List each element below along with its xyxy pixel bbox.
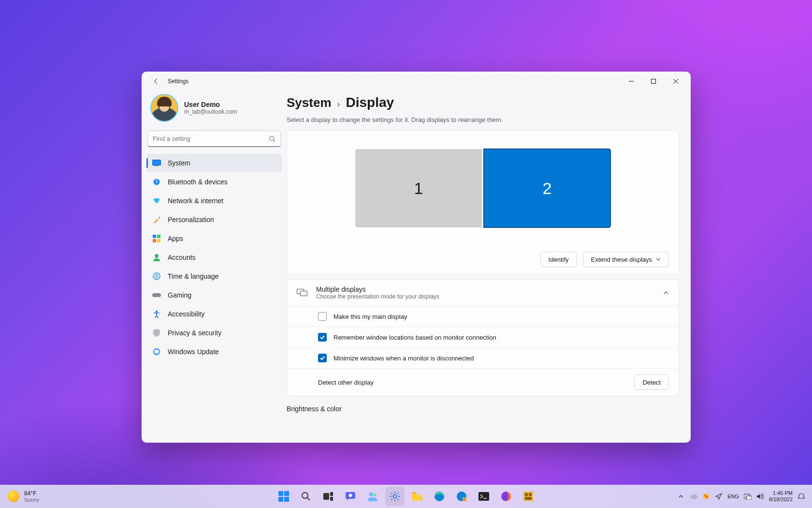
taskbar-search[interactable] — [296, 487, 316, 506]
svg-rect-3 — [155, 165, 159, 166]
overflow-icon[interactable] — [677, 493, 685, 500]
time-language-icon — [152, 272, 161, 281]
people-icon[interactable] — [363, 487, 382, 506]
svg-rect-5 — [153, 235, 156, 238]
sidebar-item-label: Network & internet — [168, 197, 223, 205]
sidebar-item-network[interactable]: Network & internet — [146, 192, 282, 210]
sidebar-item-privacy[interactable]: Privacy & security — [146, 324, 282, 342]
multiple-displays-group: Multiple displays Choose the presentatio… — [287, 279, 679, 396]
weather-icon — [8, 491, 19, 502]
taskbar-weather[interactable]: 84°F Sunny — [0, 490, 39, 503]
remember-locations-checkbox[interactable] — [318, 333, 327, 342]
taskbar-center: C — [274, 487, 538, 506]
display-monitor-1[interactable]: 1 — [355, 149, 482, 227]
svg-point-29 — [368, 497, 377, 501]
svg-rect-45 — [746, 496, 752, 500]
row-label: Make this my main display — [334, 313, 407, 320]
close-button[interactable] — [665, 74, 687, 89]
sidebar-item-bluetooth[interactable]: Bluetooth & devices — [146, 173, 282, 191]
identify-button[interactable]: Identify — [540, 252, 577, 267]
bluetooth-icon — [152, 178, 161, 186]
svg-rect-31 — [412, 492, 417, 494]
sidebar-item-apps[interactable]: Apps — [146, 229, 282, 248]
sidebar-item-label: System — [168, 159, 190, 167]
sidebar-item-label: Time & language — [168, 272, 218, 280]
svg-rect-17 — [284, 491, 289, 496]
tray-icon[interactable] — [702, 493, 710, 500]
svg-rect-39 — [525, 493, 528, 496]
chat-icon[interactable] — [341, 487, 360, 506]
taskbar-clock[interactable]: 1:45 PM 8/18/2022 — [769, 490, 793, 503]
svg-rect-36 — [478, 492, 489, 501]
settings-taskbar-icon[interactable] — [385, 487, 405, 506]
language-indicator[interactable]: ENG — [727, 493, 739, 499]
sidebar-item-label: Gaming — [168, 291, 191, 299]
sidebar-item-label: Privacy & security — [168, 329, 221, 337]
taskbar: 84°F Sunny C ENG 1:45 PM 8/18/2022 — [0, 485, 812, 508]
onedrive-icon[interactable] — [690, 493, 697, 500]
svg-point-20 — [302, 493, 308, 498]
profile-name: User Demo — [184, 101, 237, 108]
edge-icon[interactable] — [430, 487, 449, 506]
network-tray-icon[interactable] — [744, 493, 752, 500]
svg-point-9 — [155, 254, 159, 258]
sidebar-item-windows-update[interactable]: Windows Update — [146, 343, 282, 361]
svg-rect-11 — [152, 293, 161, 297]
sidebar-item-time-language[interactable]: Time & language — [146, 267, 282, 285]
terminal-icon[interactable] — [474, 487, 493, 506]
system-icon — [152, 159, 161, 167]
svg-rect-21 — [323, 493, 329, 500]
accounts-icon — [152, 253, 161, 262]
maximize-button[interactable] — [642, 74, 665, 89]
sidebar-item-system[interactable]: System — [146, 154, 282, 172]
svg-rect-16 — [278, 491, 283, 496]
svg-point-28 — [374, 493, 377, 496]
display-monitor-2[interactable]: 2 — [484, 149, 610, 227]
edge-canary-icon[interactable]: C — [452, 487, 471, 506]
svg-point-30 — [393, 494, 396, 498]
app-icon[interactable] — [519, 487, 538, 506]
weather-desc: Sunny — [24, 497, 39, 503]
breadcrumb-parent[interactable]: System — [287, 95, 332, 110]
minimize-on-disconnect-checkbox[interactable] — [318, 354, 327, 362]
firefox-icon[interactable] — [496, 487, 516, 506]
main-display-checkbox[interactable] — [318, 312, 327, 321]
profile-block[interactable]: User Demo m_lab@outlook.com — [146, 91, 282, 131]
apps-icon — [152, 234, 161, 243]
sidebar-item-accounts[interactable]: Accounts — [146, 248, 282, 267]
display-arrangement[interactable]: 1 2 — [297, 140, 669, 252]
sidebar-item-label: Accessibility — [168, 310, 204, 318]
row-label: Remember window locations based on monit… — [334, 334, 496, 341]
settings-window: Settings User Demo m_lab@outlook.com — [142, 72, 691, 443]
detect-button[interactable]: Detect — [634, 374, 669, 390]
row-label: Minimize windows when a monitor is disco… — [334, 355, 474, 362]
nav: System Bluetooth & devices Network & int… — [146, 154, 282, 361]
location-icon[interactable] — [715, 493, 723, 500]
display-mode-dropdown[interactable]: Extend these displays — [583, 252, 669, 267]
svg-rect-7 — [153, 239, 156, 242]
svg-text:C: C — [463, 498, 465, 501]
search-input-wrap[interactable] — [147, 131, 281, 147]
search-input[interactable] — [153, 135, 269, 142]
back-button[interactable] — [148, 74, 164, 89]
minimize-button[interactable] — [620, 74, 642, 89]
sidebar-item-accessibility[interactable]: Accessibility — [146, 305, 282, 323]
network-icon — [152, 196, 161, 205]
notifications-icon[interactable] — [798, 493, 805, 500]
svg-rect-8 — [157, 239, 160, 242]
clock-date: 8/18/2022 — [769, 496, 793, 503]
file-explorer-icon[interactable] — [407, 487, 427, 506]
sidebar-item-gaming[interactable]: Gaming — [146, 286, 282, 304]
svg-rect-41 — [525, 497, 532, 500]
multiple-displays-header[interactable]: Multiple displays Choose the presentatio… — [287, 280, 679, 306]
volume-tray-icon[interactable] — [756, 493, 764, 500]
chevron-right-icon: › — [337, 99, 340, 109]
task-view-button[interactable] — [319, 487, 338, 506]
clock-time: 1:45 PM — [769, 490, 793, 496]
sidebar-item-label: Apps — [168, 235, 183, 242]
sidebar-item-personalization[interactable]: Personalization — [146, 210, 282, 229]
window-title: Settings — [168, 78, 188, 85]
sidebar: User Demo m_lab@outlook.com System Bluet… — [142, 91, 287, 443]
svg-rect-15 — [301, 291, 307, 296]
start-button[interactable] — [274, 487, 293, 506]
